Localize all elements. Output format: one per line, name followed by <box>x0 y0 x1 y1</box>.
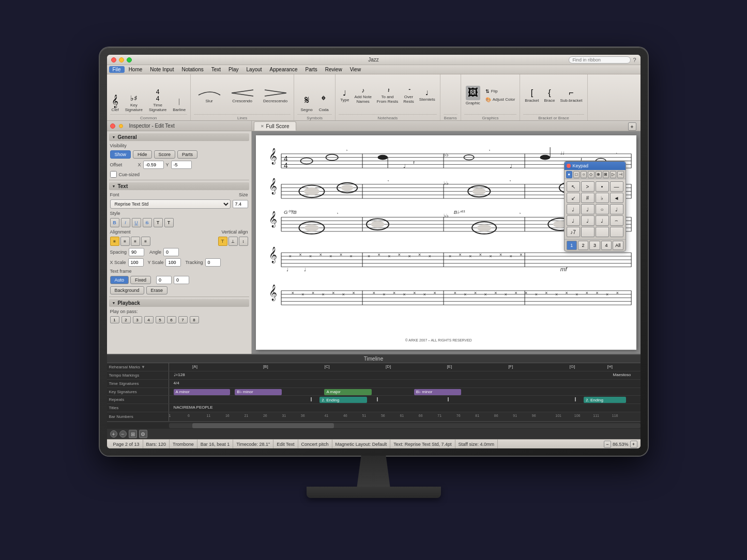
keypad-tb-btn-3[interactable]: ○ <box>581 171 587 178</box>
timeline-add-btn[interactable]: + <box>110 430 117 438</box>
decrescendo-tool[interactable]: Decrescendo <box>261 87 290 104</box>
pass-2-button[interactable]: 2 <box>121 316 131 323</box>
kp-num-2-btn[interactable]: 2 <box>578 241 588 250</box>
timeline-scroll-track[interactable] <box>169 423 641 428</box>
kp-dot-btn[interactable]: • <box>596 181 609 192</box>
erase-button[interactable]: Erase <box>146 286 168 294</box>
xscale-input[interactable] <box>128 258 144 267</box>
score-button[interactable]: Score <box>154 150 176 159</box>
crescendo-tool[interactable]: Crescendo <box>228 87 257 104</box>
spacing-input[interactable] <box>129 248 144 256</box>
graphic-tool[interactable]: 🖼 Graphic <box>464 85 482 106</box>
keypad-tb-btn-8[interactable]: ⊣ <box>617 171 623 178</box>
kp-num-all-btn[interactable]: All <box>613 241 623 250</box>
menu-item-play[interactable]: Play <box>225 66 242 73</box>
kp-7-btn[interactable]: ♪7 <box>567 227 580 237</box>
clef-tool[interactable]: 𝄞 Clef <box>110 95 120 113</box>
hide-button[interactable]: Hide <box>133 150 152 159</box>
keypad-tb-btn-6[interactable]: ⊞ <box>603 171 609 178</box>
kp-hash-btn[interactable]: # <box>581 193 594 203</box>
kp-quarter2-btn[interactable]: ♩ <box>581 204 594 214</box>
to-from-rests-tool[interactable]: 𝄽 To andFrom Rests <box>375 86 400 105</box>
segno-tool[interactable]: 𝄋 Segno <box>299 92 314 113</box>
rehearsal-marks-arrow[interactable]: ▼ <box>141 365 145 369</box>
yscale-input[interactable] <box>165 258 181 267</box>
time-signature-tool[interactable]: 44 TimeSignature <box>147 88 168 113</box>
align-right-button[interactable]: ≡ <box>131 237 140 246</box>
kp-quarter-btn[interactable]: ♩ <box>567 204 580 214</box>
strikethrough-button[interactable]: S <box>143 218 152 227</box>
ribbon-search-input[interactable] <box>569 56 631 64</box>
background-button[interactable]: Background <box>110 286 144 294</box>
kp-back-btn[interactable]: ◄ <box>610 193 623 203</box>
auto-button[interactable]: Auto <box>110 276 129 284</box>
kp-num-4-btn[interactable]: 4 <box>601 241 612 250</box>
show-button[interactable]: Show <box>110 150 131 159</box>
frame-val2-input[interactable] <box>174 276 189 284</box>
superscript-button[interactable]: T <box>154 218 163 227</box>
slur-tool[interactable]: Slur <box>195 87 224 104</box>
kp-gt-btn[interactable]: > <box>581 181 594 192</box>
valign-top-button[interactable]: ⊤ <box>218 237 227 246</box>
maximize-button[interactable] <box>127 57 132 63</box>
score-tab-close-icon[interactable]: ✕ <box>261 124 264 129</box>
timeline-scroll-thumb[interactable] <box>192 423 334 428</box>
subscript-button[interactable]: T <box>164 218 174 227</box>
menu-item-parts[interactable]: Parts <box>301 66 321 73</box>
pass-1-button[interactable]: 1 <box>110 316 119 323</box>
underline-button[interactable]: U <box>132 218 141 227</box>
menu-item-view[interactable]: View <box>346 66 365 73</box>
align-left-button[interactable]: ≡ <box>110 237 119 246</box>
full-score-tab[interactable]: ✕ Full Score <box>254 121 296 131</box>
key-signature-tool[interactable]: ♭♯ KeySignature <box>124 93 144 113</box>
menu-item-file[interactable]: File <box>109 66 125 73</box>
angle-input[interactable] <box>163 248 179 256</box>
valign-mid-button[interactable]: ⊥ <box>228 237 238 246</box>
timeline-settings-btn[interactable]: ⊞ <box>129 430 137 438</box>
cue-sized-checkbox[interactable] <box>110 171 117 178</box>
timeline-remove-btn[interactable]: − <box>119 430 127 438</box>
offset-y-input[interactable] <box>171 161 192 169</box>
pass-8-button[interactable]: 8 <box>190 316 199 323</box>
kp-empty1-btn[interactable] <box>581 227 594 237</box>
keypad-close-btn[interactable] <box>567 164 571 168</box>
zoom-out-button[interactable]: − <box>604 441 611 448</box>
fixed-button[interactable]: Fixed <box>130 276 151 284</box>
offset-x-input[interactable] <box>143 161 164 169</box>
kp-cursor-btn[interactable]: ↖ <box>567 181 580 192</box>
kp-empty2-btn[interactable] <box>596 227 609 237</box>
keypad-tb-btn-7[interactable]: ▷ <box>610 171 616 178</box>
inspector-minimize-btn[interactable] <box>119 124 123 128</box>
inspector-close-btn[interactable] <box>110 123 115 129</box>
kp-slur-btn[interactable]: ⌢ <box>610 215 623 226</box>
stemlets-tool[interactable]: ♩ Stemlets <box>418 88 437 103</box>
align-center-button[interactable]: ≡ <box>120 237 130 246</box>
sub-bracket-tool[interactable]: ⌐ Sub-bracket <box>558 87 584 104</box>
frame-val1-input[interactable] <box>156 276 172 284</box>
coda-tool[interactable]: 𝄌 Coda <box>317 92 330 113</box>
menu-item-layout[interactable]: Layout <box>243 66 266 73</box>
keypad-tb-btn-2[interactable]: □ <box>573 171 580 178</box>
valign-bot-button[interactable]: ↕ <box>239 237 248 246</box>
adjust-color-tool[interactable]: 🎨 Adjust Color <box>484 96 517 103</box>
kp-empty3-btn[interactable] <box>610 227 623 237</box>
pass-4-button[interactable]: 4 <box>144 316 154 323</box>
keypad-tb-btn-4[interactable]: ◇ <box>588 171 594 178</box>
tracking-input[interactable] <box>205 258 221 267</box>
kp-quarter3-btn[interactable]: ♩ <box>610 204 623 214</box>
font-select[interactable]: Reprise Text Std <box>110 199 231 209</box>
kp-eighth-btn[interactable]: ♩ <box>567 215 580 226</box>
brace-tool[interactable]: { Brace <box>542 87 556 104</box>
menu-item-note-input[interactable]: Note Input <box>146 66 177 73</box>
pass-6-button[interactable]: 6 <box>167 316 176 323</box>
menu-item-notations[interactable]: Notations <box>178 66 207 73</box>
kp-flat-btn[interactable]: ♭ <box>596 193 609 203</box>
kp-eighth3-btn[interactable]: ♩ <box>596 215 609 226</box>
add-tab-button[interactable]: + <box>628 122 636 131</box>
over-rests-tool[interactable]: 𝄼 OverRests <box>402 86 415 105</box>
zoom-in-button[interactable]: + <box>630 441 637 448</box>
add-note-names-tool[interactable]: ♪ Add NoteNames <box>353 86 373 105</box>
kp-eighth2-btn[interactable]: ♩ <box>581 215 594 226</box>
kp-dash-btn[interactable]: — <box>610 181 623 192</box>
kp-num-1-btn[interactable]: 1 <box>567 241 577 250</box>
